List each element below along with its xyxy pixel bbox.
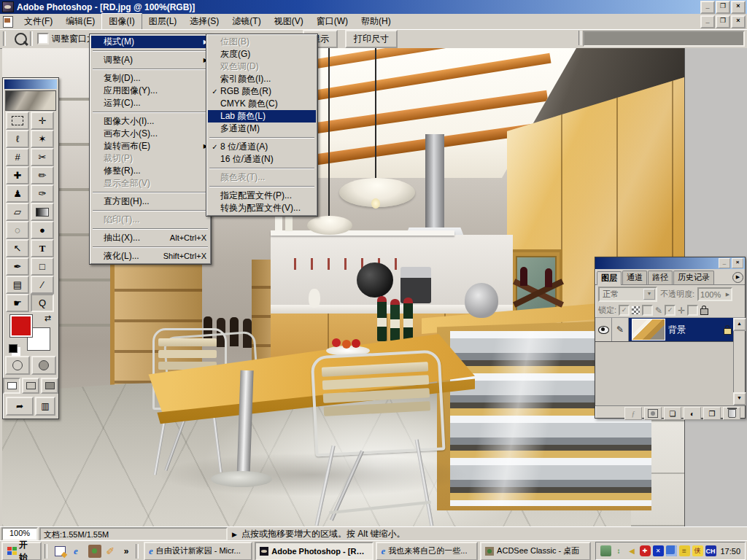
menu-item-extract[interactable]: 抽出(X)...Alt+Ctrl+X bbox=[91, 232, 209, 244]
palette-scrollbar[interactable]: ▲ ▼ bbox=[733, 318, 745, 405]
menu-help[interactable]: 帮助(H) bbox=[355, 14, 398, 29]
restore-button[interactable]: ❐ bbox=[716, 1, 730, 14]
menu-item-duplicate[interactable]: 复制(D)... bbox=[91, 72, 209, 85]
swap-colors-icon[interactable]: ⇄ bbox=[44, 314, 51, 323]
palette-close-button[interactable]: × bbox=[732, 258, 743, 268]
lasso-tool[interactable]: ℓ bbox=[6, 130, 29, 148]
submenu-item-duotone[interactable]: 双色调(D) bbox=[208, 61, 316, 73]
delete-layer-button[interactable] bbox=[723, 407, 740, 420]
task-button-browser2[interactable]: e我也来将自己的一些... bbox=[376, 542, 478, 560]
resize-windows-checkbox[interactable] bbox=[37, 33, 49, 44]
standard-mode-button[interactable] bbox=[5, 356, 30, 375]
scroll-up-button[interactable]: ▲ bbox=[733, 318, 746, 331]
tray-device-icon[interactable] bbox=[600, 545, 611, 556]
type-tool[interactable]: T bbox=[31, 239, 54, 257]
notes-tool[interactable]: ▤ bbox=[6, 276, 29, 294]
submenu-item-16bits[interactable]: 16 位/通道(N) bbox=[208, 153, 316, 166]
tab-layers[interactable]: 图层 bbox=[597, 271, 622, 285]
quick-mask-button[interactable] bbox=[31, 356, 56, 375]
foreground-color-swatch[interactable] bbox=[10, 315, 32, 337]
rectangular-marquee-tool[interactable] bbox=[6, 112, 29, 130]
lock-image-checkbox[interactable] bbox=[642, 305, 653, 316]
submenu-item-indexed-color[interactable]: 索引颜色(I)... bbox=[208, 73, 316, 85]
move-tool[interactable]: ✛ bbox=[31, 112, 54, 130]
imageready-button[interactable]: ▥ bbox=[35, 397, 55, 416]
menu-file[interactable]: 文件(F) bbox=[18, 14, 59, 29]
magic-wand-tool[interactable]: ✶ bbox=[31, 130, 54, 148]
layer-row-background[interactable]: ✎ 背景 bbox=[595, 318, 745, 342]
submenu-item-rgb-color[interactable]: ✓RGB 颜色(R) bbox=[208, 85, 316, 98]
eraser-tool[interactable]: ▱ bbox=[6, 203, 29, 221]
tray-shield-icon[interactable]: ✚ bbox=[640, 545, 651, 556]
ie-quicklaunch-icon[interactable]: e bbox=[69, 545, 82, 558]
healing-brush-tool[interactable]: ✚ bbox=[6, 166, 29, 184]
document-icon[interactable] bbox=[3, 16, 13, 28]
submenu-item-lab-color[interactable]: Lab 颜色(L) bbox=[208, 110, 316, 122]
slice-tool[interactable]: ✂ bbox=[31, 148, 54, 166]
menu-item-trim[interactable]: 修整(R)... bbox=[91, 165, 209, 177]
task-button-acdsee[interactable]: ACDSee Classic - 桌面 bbox=[480, 542, 590, 560]
doc-restore-button[interactable]: ❐ bbox=[716, 15, 730, 28]
palette-well[interactable] bbox=[583, 31, 745, 47]
fullscreen-button[interactable] bbox=[41, 378, 58, 394]
status-popup-arrow-icon[interactable]: ▶ bbox=[232, 531, 237, 538]
menu-select[interactable]: 选择(S) bbox=[183, 14, 225, 29]
menu-item-histogram[interactable]: 直方图(H)... bbox=[91, 195, 209, 208]
tray-xia-icon[interactable]: 侠 bbox=[692, 545, 703, 556]
lock-transparency-checkbox[interactable]: ✓ bbox=[619, 305, 630, 316]
brush-tool[interactable]: ✏ bbox=[31, 166, 54, 184]
scroll-down-button[interactable]: ▼ bbox=[733, 392, 746, 405]
toolbox-brand-thumbnail[interactable] bbox=[5, 90, 56, 111]
menu-item-adjustments[interactable]: 调整(A)▶ bbox=[91, 54, 209, 66]
new-layer-button[interactable]: ❐ bbox=[703, 407, 721, 420]
minimize-button[interactable]: _ bbox=[700, 1, 715, 14]
submenu-item-assign-profile[interactable]: 指定配置文件(P)... bbox=[208, 190, 316, 202]
submenu-item-multichannel[interactable]: 多通道(M) bbox=[208, 122, 316, 135]
print-size-button[interactable]: 打印尺寸 bbox=[345, 30, 398, 48]
submenu-item-convert-profile[interactable]: 转换为配置文件(V)... bbox=[208, 202, 316, 214]
submenu-item-color-table[interactable]: 颜色表(T)... bbox=[208, 171, 316, 184]
title-bar[interactable]: Adobe Photoshop - [RD.jpg @ 100%(RGB)] _… bbox=[0, 0, 747, 14]
tray-network-computers-icon[interactable] bbox=[666, 545, 677, 556]
gradient-tool[interactable] bbox=[31, 203, 54, 221]
fullscreen-menubar-button[interactable] bbox=[22, 378, 39, 394]
close-button[interactable]: × bbox=[731, 1, 746, 14]
menu-item-crop[interactable]: 裁切(P) bbox=[91, 152, 209, 165]
eyedropper-tool[interactable]: ∕ bbox=[31, 276, 54, 294]
opacity-value-box[interactable]: 100%▶ bbox=[697, 287, 732, 301]
menu-item-trap[interactable]: 陷印(T)... bbox=[91, 214, 209, 226]
task-button-photoshop[interactable]: Adobe Photoshop - [RD... bbox=[255, 542, 374, 560]
new-group-button[interactable]: ❏ bbox=[664, 407, 681, 420]
lock-position-checkbox[interactable]: ✓ bbox=[665, 305, 676, 316]
layer-style-button[interactable]: ƒ bbox=[624, 407, 642, 420]
toolbox-title-bar[interactable] bbox=[4, 79, 57, 89]
shape-tool[interactable]: □ bbox=[31, 257, 54, 276]
menu-view[interactable]: 视图(V) bbox=[268, 14, 310, 29]
tab-channels[interactable]: 通道 bbox=[622, 271, 647, 284]
palette-menu-button[interactable]: ▶ bbox=[732, 272, 743, 283]
submenu-item-bitmap[interactable]: 位图(B) bbox=[208, 36, 316, 48]
ime-indicator[interactable]: CH bbox=[705, 545, 716, 556]
visibility-cell[interactable] bbox=[595, 318, 612, 341]
menu-item-liquify[interactable]: 液化(L)...Shift+Ctrl+X bbox=[91, 250, 209, 262]
acdsee-quicklaunch-icon[interactable] bbox=[88, 545, 101, 558]
palette-title-bar[interactable]: _ × bbox=[595, 257, 745, 269]
tray-lines-icon[interactable]: ≡ bbox=[679, 545, 690, 556]
tray-x-icon[interactable]: ✕ bbox=[653, 545, 664, 556]
doc-minimize-button[interactable]: _ bbox=[700, 15, 715, 28]
blend-mode-dropdown[interactable]: 正常▼ bbox=[598, 287, 657, 302]
history-brush-tool[interactable]: ✑ bbox=[31, 184, 54, 203]
dodge-tool[interactable]: ● bbox=[31, 221, 54, 239]
menu-item-apply-image[interactable]: 应用图像(Y)... bbox=[91, 85, 209, 97]
palette-minimize-button[interactable]: _ bbox=[719, 258, 730, 268]
show-desktop-icon[interactable] bbox=[53, 545, 66, 558]
menu-edit[interactable]: 编辑(E) bbox=[59, 14, 101, 29]
add-mask-button[interactable] bbox=[644, 407, 662, 420]
menu-window[interactable]: 窗口(W) bbox=[310, 14, 355, 29]
start-button[interactable]: 开始 bbox=[1, 542, 42, 560]
tab-history[interactable]: 历史记录 bbox=[673, 271, 714, 284]
zoom-tool[interactable]: Q bbox=[31, 294, 54, 312]
standard-screen-button[interactable] bbox=[3, 378, 20, 394]
menu-image[interactable]: 图像(I) bbox=[101, 13, 142, 30]
submenu-item-cmyk-color[interactable]: CMYK 颜色(C) bbox=[208, 98, 316, 110]
